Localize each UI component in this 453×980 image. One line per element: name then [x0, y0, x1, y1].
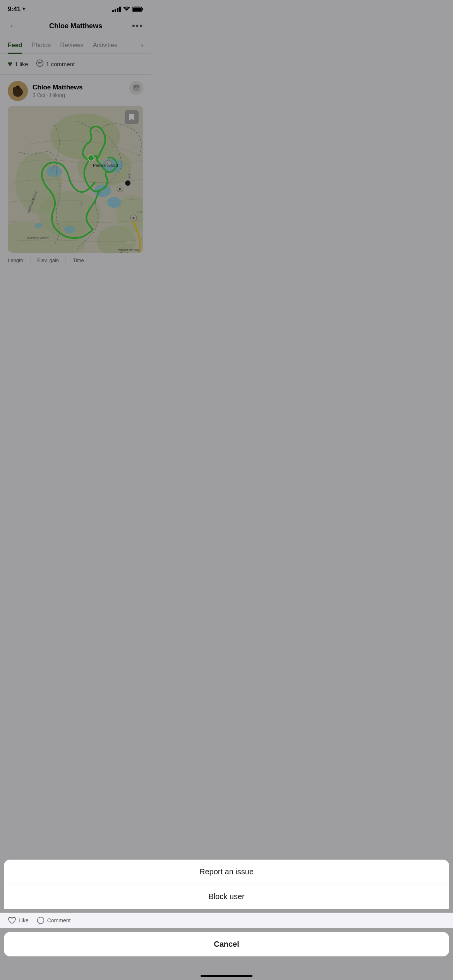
sheet-overlay[interactable] — [0, 0, 151, 327]
